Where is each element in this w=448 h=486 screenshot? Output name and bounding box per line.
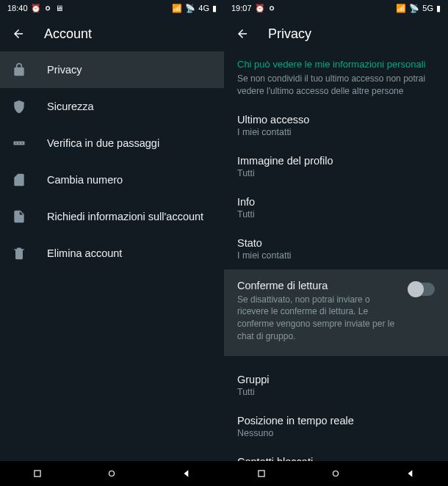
- network-label: 4G: [198, 4, 209, 12]
- setting-desc: Se disattivato, non potrai inviare o ric…: [237, 294, 402, 343]
- setting-info[interactable]: Info Tutti: [224, 187, 448, 228]
- menu-label: Verifica in due passaggi: [47, 137, 159, 149]
- phone-right: 19:07 ⏰ ⭘ 📶 📡 5G ▮ Privacy Chi può veder…: [224, 0, 448, 486]
- setting-value: I miei contatti: [237, 250, 435, 261]
- alarm-off-icon: ⏰: [255, 4, 265, 13]
- menu-label: Elimina account: [47, 247, 122, 259]
- wifi-icon: 📡: [409, 4, 419, 13]
- menu-label: Richiedi informazioni sull'account: [47, 211, 203, 222]
- nav-recent-icon[interactable]: [256, 468, 267, 479]
- status-time: 19:07: [231, 4, 252, 12]
- vodafone-icon: ⭘: [268, 4, 276, 12]
- wifi-icon: 📡: [185, 4, 195, 13]
- status-bar: 18:40 ⏰ ⭘ 🖥 📶 📡 4G ▮: [0, 0, 224, 16]
- status-time: 18:40: [7, 4, 28, 12]
- setting-value: Tutti: [237, 168, 435, 178]
- nav-bar: [224, 461, 448, 486]
- section-subtext: Se non condividi il tuo ultimo accesso n…: [224, 73, 448, 105]
- nav-home-icon[interactable]: [106, 468, 117, 479]
- account-menu: Privacy Sicurezza Verifica in due passag…: [0, 51, 224, 486]
- setting-status[interactable]: Stato I miei contatti: [224, 228, 448, 269]
- section-header: Chi può vedere le mie informazioni perso…: [224, 51, 448, 73]
- status-bar: 19:07 ⏰ ⭘ 📶 📡 5G ▮: [224, 0, 448, 16]
- shield-icon: [12, 99, 26, 114]
- signal-icon: 📶: [396, 4, 406, 13]
- phone-left: 18:40 ⏰ ⭘ 🖥 📶 📡 4G ▮ Account Privacy Sic…: [0, 0, 224, 486]
- page-title: Privacy: [268, 26, 311, 42]
- menu-item-two-step[interactable]: Verifica in due passaggi: [0, 125, 224, 162]
- battery-icon: ▮: [436, 4, 441, 13]
- setting-title: Ultimo accesso: [237, 114, 435, 126]
- app-bar: Account: [0, 16, 224, 51]
- setting-title: Immagine del profilo: [237, 155, 435, 167]
- nav-recent-icon[interactable]: [32, 468, 43, 479]
- menu-item-privacy[interactable]: Privacy: [0, 51, 224, 88]
- setting-title: Posizione in tempo reale: [237, 415, 435, 427]
- back-icon[interactable]: [12, 27, 25, 40]
- setting-title: Stato: [237, 237, 435, 249]
- setting-groups[interactable]: Gruppi Tutti: [224, 365, 448, 406]
- setting-value: I miei contatti: [237, 127, 435, 137]
- menu-label: Cambia numero: [47, 174, 123, 186]
- setting-read-receipts[interactable]: Conferme di lettura Se disattivato, non …: [224, 269, 448, 356]
- setting-value: Tutti: [237, 387, 435, 397]
- svg-rect-4: [35, 471, 40, 476]
- menu-item-delete[interactable]: Elimina account: [0, 235, 224, 272]
- setting-title: Info: [237, 196, 435, 208]
- nav-back-icon[interactable]: [405, 468, 416, 479]
- privacy-settings: Chi può vedere le mie informazioni perso…: [224, 51, 448, 486]
- signal-icon: 📶: [172, 4, 182, 13]
- svg-point-7: [333, 471, 339, 476]
- network-label: 5G: [422, 4, 433, 12]
- trash-icon: [12, 246, 26, 261]
- setting-value: Nessuno: [237, 428, 435, 438]
- menu-item-change-number[interactable]: Cambia numero: [0, 162, 224, 198]
- setting-last-seen[interactable]: Ultimo accesso I miei contatti: [224, 105, 448, 146]
- nav-bar: [0, 461, 224, 486]
- sim-icon: [12, 173, 26, 187]
- battery-icon: ▮: [212, 4, 217, 13]
- setting-profile-photo[interactable]: Immagine del profilo Tutti: [224, 146, 448, 187]
- menu-item-request-info[interactable]: Richiedi informazioni sull'account: [0, 198, 224, 235]
- laptop-icon: 🖥: [55, 4, 63, 12]
- setting-live-location[interactable]: Posizione in tempo reale Nessuno: [224, 406, 448, 447]
- app-bar: Privacy: [224, 16, 448, 51]
- svg-rect-6: [259, 471, 264, 476]
- lock-icon: [12, 62, 26, 77]
- back-icon[interactable]: [236, 27, 249, 40]
- page-title: Account: [44, 26, 92, 42]
- switch-thumb: [408, 281, 424, 297]
- svg-point-5: [109, 471, 115, 476]
- setting-value: Tutti: [237, 209, 435, 220]
- svg-point-3: [21, 142, 23, 144]
- svg-point-1: [15, 142, 17, 144]
- svg-point-2: [18, 142, 20, 144]
- nav-back-icon[interactable]: [181, 468, 192, 479]
- doc-icon: [12, 209, 26, 224]
- setting-title: Gruppi: [237, 374, 435, 385]
- menu-label: Sicurezza: [47, 101, 94, 112]
- pin-icon: [12, 136, 26, 150]
- vodafone-icon: ⭘: [44, 4, 52, 12]
- menu-label: Privacy: [47, 64, 82, 76]
- menu-item-security[interactable]: Sicurezza: [0, 88, 224, 125]
- setting-title: Conferme di lettura: [237, 280, 402, 291]
- nav-home-icon[interactable]: [330, 468, 341, 479]
- read-receipts-toggle[interactable]: [410, 283, 435, 296]
- alarm-off-icon: ⏰: [31, 4, 41, 13]
